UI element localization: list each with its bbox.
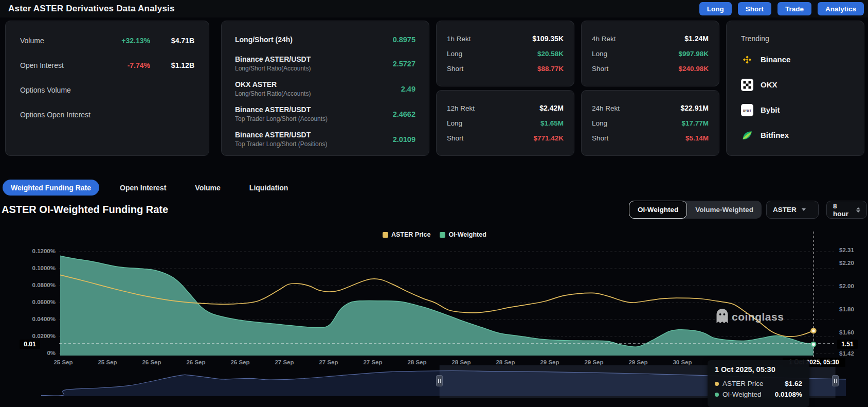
- x-axis-tick: 25 Sep: [53, 359, 73, 365]
- interval-select-value: 8 hour: [833, 202, 851, 218]
- rekt-short-value: $240.98K: [678, 65, 709, 73]
- funding-axis-tick: 0.0800%: [10, 282, 56, 288]
- current-funding-badge: 0.01: [20, 340, 40, 349]
- oi-weighted-swatch: [440, 232, 445, 238]
- price-axis-tick: $1.60: [839, 329, 854, 335]
- ratio-row-okx-asterlong-short-ratio-accounts-: OKX ASTERLong/Short Ratio(Accounts)2.49: [235, 76, 415, 101]
- current-price-badge: 1.51: [837, 340, 858, 349]
- tooltip-date: 1 Oct 2025, 05:30: [715, 365, 802, 374]
- ratio-value: 2.49: [401, 85, 415, 93]
- ratio-subtitle: Long/Short Ratio(Accounts): [235, 65, 311, 72]
- x-axis-tick: 27 Sep: [275, 359, 294, 365]
- x-axis-tick: 28 Sep: [496, 359, 515, 365]
- stat-change: -7.74%: [128, 61, 150, 69]
- price-axis-tick: $2.20: [839, 260, 854, 266]
- ratio-value: 2.5727: [393, 60, 415, 68]
- derivatives-dashboard: Aster ASTER Derivatives Data Analysis Lo…: [0, 0, 868, 407]
- rekt-period: 4h Rekt: [592, 35, 616, 43]
- aster-price-swatch: [383, 232, 388, 238]
- rekt-short-value: $5.14M: [685, 134, 709, 142]
- nav-handle-left[interactable]: [436, 375, 443, 386]
- toggle-oi-weighted[interactable]: OI-Weighted: [629, 201, 687, 219]
- rekt-period: 12h Rekt: [447, 104, 475, 112]
- x-axis-tick: 26 Sep: [230, 359, 249, 365]
- rekt-card-1h-rekt: 1h Rekt$109.35KLong$20.58KShort$88.77K: [436, 21, 574, 86]
- stat-label: Volume: [20, 37, 44, 45]
- trending-list: BinanceOKXBYBITBybitBitfinex: [741, 47, 849, 148]
- header-button-analytics[interactable]: Analytics: [818, 2, 864, 15]
- legend-aster-price[interactable]: ASTER Price: [383, 231, 430, 238]
- x-axis-tick: 29 Sep: [584, 359, 603, 365]
- tooltip-row-price: ASTER Price $1.62: [715, 378, 802, 389]
- ratio-title: Long/Short (24h): [235, 36, 293, 44]
- rekt-long-value: $20.58K: [537, 50, 564, 58]
- stat-row-options-volume: Options Volume: [20, 78, 194, 102]
- rekt-card-4h-rekt: 4h Rekt$1.24MLong$997.98KShort$240.98K: [581, 21, 719, 86]
- funding-axis-tick: 0.0400%: [10, 316, 56, 322]
- stat-label: Options Open Interest: [20, 111, 91, 119]
- rekt-short-value: $88.77K: [537, 65, 564, 73]
- trending-item-okx[interactable]: OKX: [741, 72, 849, 97]
- price-axis-tick: $1.42: [839, 350, 854, 357]
- trending-item-bitfinex[interactable]: Bitfinex: [741, 122, 849, 148]
- stat-label: Options Volume: [20, 86, 71, 94]
- stat-row-open-interest: Open Interest-7.74%$1.12B: [20, 53, 194, 78]
- rekt-total: $1.24M: [684, 34, 709, 43]
- rekt-total: $109.35K: [532, 34, 564, 43]
- binance-logo-icon: [741, 54, 753, 66]
- symbol-select[interactable]: ASTER: [766, 201, 819, 219]
- rekt-long-value: $997.98K: [678, 50, 709, 58]
- trending-item-bybit[interactable]: BYBITBybit: [741, 97, 849, 122]
- rekt-total: $22.91M: [681, 104, 709, 112]
- page-title: Aster ASTER Derivatives Data Analysis: [8, 4, 175, 14]
- funding-axis-tick: 0.0600%: [10, 299, 56, 305]
- ratio-row-binance-aster-usdttop-trader-long-short-positions-: Binance ASTER/USDTTop Trader Long/Short …: [235, 127, 415, 152]
- tab-open-interest[interactable]: Open Interest: [112, 180, 174, 196]
- rekt-short-label: Short: [447, 65, 463, 73]
- up-down-arrows-icon: [856, 207, 860, 213]
- ratio-title: Binance ASTER/USDT: [235, 55, 311, 63]
- ratio-value: 0.8975: [393, 36, 415, 44]
- rekt-period: 1h Rekt: [447, 35, 471, 43]
- rekt-short-label: Short: [447, 134, 463, 142]
- symbol-select-value: ASTER: [773, 206, 797, 214]
- tab-volume[interactable]: Volume: [187, 180, 229, 196]
- legend-oi-weighted[interactable]: OI-Weighted: [440, 231, 486, 238]
- interval-select[interactable]: 8 hour: [826, 201, 867, 219]
- trending-card: Trending BinanceOKXBYBITBybitBitfinex: [726, 21, 864, 156]
- stat-value: $4.71B: [150, 37, 194, 45]
- tooltip-row-funding: OI-Weighted 0.0108%: [715, 389, 802, 400]
- ratio-subtitle: Top Trader Long/Short (Positions): [235, 140, 327, 148]
- funding-axis-tick: 0.1000%: [10, 265, 56, 271]
- rekt-long-value: $17.77M: [681, 119, 709, 127]
- market-stats-card: Volume+32.13%$4.71BOpen Interest-7.74%$1…: [5, 21, 209, 156]
- stat-row-volume: Volume+32.13%$4.71B: [20, 28, 194, 53]
- ratio-title: Binance ASTER/USDT: [235, 131, 327, 139]
- coinglass-text: coinglass: [732, 311, 784, 323]
- rekt-long-label: Long: [447, 119, 462, 127]
- bybit-logo-icon: BYBIT: [741, 104, 753, 116]
- chart-legend: ASTER Price OI-Weighted: [383, 231, 486, 238]
- funding-axis-tick: 0.1200%: [10, 248, 56, 254]
- ratio-row-binance-aster-usdttop-trader-long-short-accounts-: Binance ASTER/USDTTop Trader Long/Short …: [235, 101, 415, 127]
- header-button-trade[interactable]: Trade: [777, 2, 811, 15]
- x-axis-tick: 29 Sep: [540, 359, 559, 365]
- chart-title: ASTER OI-Weighted Funding Rate: [2, 204, 168, 216]
- ratio-subtitle: Long/Short Ratio(Accounts): [235, 90, 311, 97]
- ratio-title: Binance ASTER/USDT: [235, 105, 328, 114]
- nav-handle-right[interactable]: [832, 375, 839, 386]
- toggle-volume-weighted[interactable]: Volume-Weighted: [687, 201, 762, 219]
- x-axis-tick: 30 Sep: [673, 359, 692, 365]
- tab-weighted-funding-rate[interactable]: Weighted Funding Rate: [3, 180, 99, 196]
- price-axis-tick: $1.80: [839, 306, 854, 312]
- stat-row-options-open-interest: Options Open Interest: [20, 102, 194, 127]
- header-button-long[interactable]: Long: [699, 2, 732, 15]
- trending-item-binance[interactable]: Binance: [741, 47, 849, 72]
- tab-liquidation[interactable]: Liquidation: [241, 180, 296, 196]
- price-axis-tick: $2.00: [839, 283, 854, 289]
- header-button-short[interactable]: Short: [738, 2, 771, 15]
- x-axis-tick: 26 Sep: [186, 359, 205, 365]
- stat-label: Open Interest: [20, 61, 64, 69]
- rekt-card-24h-rekt: 24h Rekt$22.91MLong$17.77MShort$5.14M: [581, 90, 719, 156]
- chart-tooltip: 1 Oct 2025, 05:30 ASTER Price $1.62 OI-W…: [708, 360, 809, 407]
